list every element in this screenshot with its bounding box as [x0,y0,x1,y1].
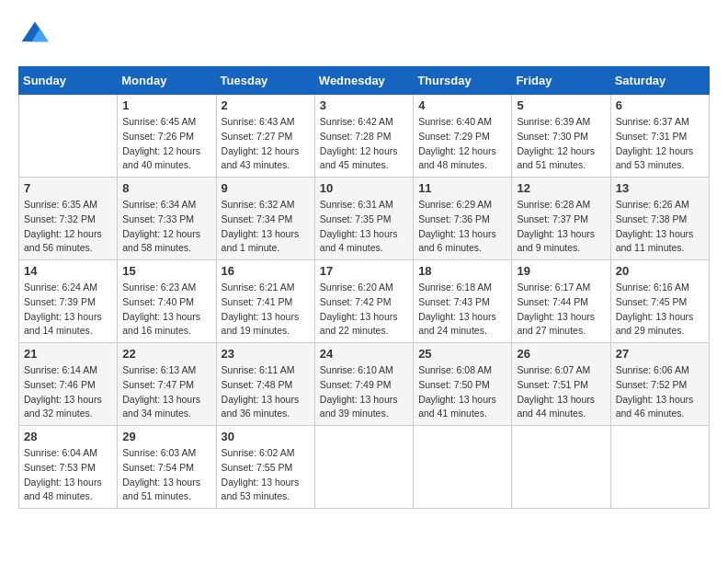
day-info: Sunrise: 6:08 AMSunset: 7:50 PMDaylight:… [418,363,506,421]
day-info: Sunrise: 6:02 AMSunset: 7:55 PMDaylight:… [222,446,310,504]
calendar-week-row: 28Sunrise: 6:04 AMSunset: 7:53 PMDayligh… [19,426,710,509]
calendar-cell: 19Sunrise: 6:17 AMSunset: 7:44 PMDayligh… [512,260,610,343]
day-number: 20 [616,264,704,278]
calendar-cell: 12Sunrise: 6:28 AMSunset: 7:37 PMDayligh… [512,178,610,260]
calendar-week-row: 1Sunrise: 6:45 AMSunset: 7:26 PMDaylight… [19,95,710,178]
day-info: Sunrise: 6:43 AMSunset: 7:27 PMDaylight:… [222,115,310,173]
day-number: 17 [320,264,408,278]
day-of-week-header: Sunday [19,67,118,95]
day-info: Sunrise: 6:24 AMSunset: 7:39 PMDaylight:… [24,281,112,339]
day-number: 25 [418,347,506,361]
calendar-cell: 11Sunrise: 6:29 AMSunset: 7:36 PMDayligh… [414,178,512,260]
calendar-week-row: 21Sunrise: 6:14 AMSunset: 7:46 PMDayligh… [19,343,710,426]
day-number: 16 [222,264,310,278]
calendar-week-row: 7Sunrise: 6:35 AMSunset: 7:32 PMDaylight… [19,178,710,260]
day-info: Sunrise: 6:39 AMSunset: 7:30 PMDaylight:… [517,115,605,173]
day-info: Sunrise: 6:07 AMSunset: 7:51 PMDaylight:… [517,363,605,421]
day-of-week-header: Monday [118,67,216,95]
day-number: 12 [517,181,605,195]
day-info: Sunrise: 6:13 AMSunset: 7:47 PMDaylight:… [122,363,210,421]
calendar-cell: 20Sunrise: 6:16 AMSunset: 7:45 PMDayligh… [610,260,709,343]
day-of-week-header: Thursday [414,67,512,95]
day-of-week-header: Wednesday [314,67,413,95]
calendar-header-row: SundayMondayTuesdayWednesdayThursdayFrid… [19,67,710,95]
day-info: Sunrise: 6:42 AMSunset: 7:28 PMDaylight:… [320,115,408,173]
day-number: 24 [320,347,408,361]
day-number: 23 [222,347,310,361]
day-of-week-header: Friday [512,67,610,95]
day-info: Sunrise: 6:23 AMSunset: 7:40 PMDaylight:… [122,281,210,339]
calendar-cell: 2Sunrise: 6:43 AMSunset: 7:27 PMDaylight… [216,95,314,178]
day-info: Sunrise: 6:45 AMSunset: 7:26 PMDaylight:… [122,115,210,173]
day-number: 18 [418,264,506,278]
day-number: 13 [616,181,704,195]
calendar-cell: 14Sunrise: 6:24 AMSunset: 7:39 PMDayligh… [19,260,118,343]
day-number: 11 [418,181,506,195]
calendar-cell: 22Sunrise: 6:13 AMSunset: 7:47 PMDayligh… [118,343,216,426]
day-info: Sunrise: 6:16 AMSunset: 7:45 PMDaylight:… [616,281,704,339]
day-number: 2 [222,98,310,112]
calendar-cell: 21Sunrise: 6:14 AMSunset: 7:46 PMDayligh… [19,343,118,426]
day-info: Sunrise: 6:03 AMSunset: 7:54 PMDaylight:… [122,446,210,504]
calendar-cell: 25Sunrise: 6:08 AMSunset: 7:50 PMDayligh… [414,343,512,426]
day-number: 30 [222,430,310,443]
day-info: Sunrise: 6:17 AMSunset: 7:44 PMDaylight:… [517,281,605,339]
calendar-cell: 8Sunrise: 6:34 AMSunset: 7:33 PMDaylight… [118,178,216,260]
calendar-week-row: 14Sunrise: 6:24 AMSunset: 7:39 PMDayligh… [19,260,710,343]
day-number: 4 [418,98,506,112]
calendar-cell: 23Sunrise: 6:11 AMSunset: 7:48 PMDayligh… [216,343,314,426]
day-info: Sunrise: 6:37 AMSunset: 7:31 PMDaylight:… [616,115,704,173]
day-info: Sunrise: 6:26 AMSunset: 7:38 PMDaylight:… [616,198,704,256]
day-info: Sunrise: 6:32 AMSunset: 7:34 PMDaylight:… [222,198,310,256]
calendar-cell: 17Sunrise: 6:20 AMSunset: 7:42 PMDayligh… [314,260,413,343]
calendar-cell: 6Sunrise: 6:37 AMSunset: 7:31 PMDaylight… [610,95,709,178]
calendar-cell: 3Sunrise: 6:42 AMSunset: 7:28 PMDaylight… [314,95,413,178]
calendar-cell: 28Sunrise: 6:04 AMSunset: 7:53 PMDayligh… [19,426,118,509]
day-number: 22 [122,347,210,361]
day-info: Sunrise: 6:29 AMSunset: 7:36 PMDaylight:… [418,198,506,256]
calendar-cell: 5Sunrise: 6:39 AMSunset: 7:30 PMDaylight… [512,95,610,178]
day-info: Sunrise: 6:21 AMSunset: 7:41 PMDaylight:… [222,281,310,339]
day-number: 29 [122,430,210,443]
logo-icon [18,18,51,52]
calendar-cell: 15Sunrise: 6:23 AMSunset: 7:40 PMDayligh… [118,260,216,343]
calendar-cell [512,426,610,509]
day-info: Sunrise: 6:40 AMSunset: 7:29 PMDaylight:… [418,115,506,173]
logo [18,18,57,52]
day-info: Sunrise: 6:31 AMSunset: 7:35 PMDaylight:… [320,198,408,256]
day-number: 15 [122,264,210,278]
calendar-cell: 9Sunrise: 6:32 AMSunset: 7:34 PMDaylight… [216,178,314,260]
day-info: Sunrise: 6:34 AMSunset: 7:33 PMDaylight:… [122,198,210,256]
day-number: 5 [517,98,605,112]
calendar-cell: 30Sunrise: 6:02 AMSunset: 7:55 PMDayligh… [216,426,314,509]
day-number: 10 [320,181,408,195]
page-header [18,18,710,52]
day-number: 14 [24,264,112,278]
day-info: Sunrise: 6:10 AMSunset: 7:49 PMDaylight:… [320,363,408,421]
day-number: 8 [122,181,210,195]
calendar-cell [414,426,512,509]
day-info: Sunrise: 6:28 AMSunset: 7:37 PMDaylight:… [517,198,605,256]
day-info: Sunrise: 6:11 AMSunset: 7:48 PMDaylight:… [222,363,310,421]
day-number: 26 [517,347,605,361]
day-info: Sunrise: 6:14 AMSunset: 7:46 PMDaylight:… [24,363,112,421]
calendar-cell: 26Sunrise: 6:07 AMSunset: 7:51 PMDayligh… [512,343,610,426]
day-info: Sunrise: 6:20 AMSunset: 7:42 PMDaylight:… [320,281,408,339]
calendar-cell: 10Sunrise: 6:31 AMSunset: 7:35 PMDayligh… [314,178,413,260]
calendar-cell [610,426,709,509]
calendar-cell: 16Sunrise: 6:21 AMSunset: 7:41 PMDayligh… [216,260,314,343]
day-number: 27 [616,347,704,361]
day-info: Sunrise: 6:06 AMSunset: 7:52 PMDaylight:… [616,363,704,421]
day-number: 1 [122,98,210,112]
calendar-cell [19,95,118,178]
calendar-cell: 4Sunrise: 6:40 AMSunset: 7:29 PMDaylight… [414,95,512,178]
day-number: 6 [616,98,704,112]
day-number: 21 [24,347,112,361]
day-of-week-header: Saturday [610,67,709,95]
day-of-week-header: Tuesday [216,67,314,95]
calendar-cell: 24Sunrise: 6:10 AMSunset: 7:49 PMDayligh… [314,343,413,426]
calendar-cell [314,426,413,509]
calendar-cell: 1Sunrise: 6:45 AMSunset: 7:26 PMDaylight… [118,95,216,178]
day-number: 3 [320,98,408,112]
calendar-table: SundayMondayTuesdayWednesdayThursdayFrid… [18,66,710,509]
